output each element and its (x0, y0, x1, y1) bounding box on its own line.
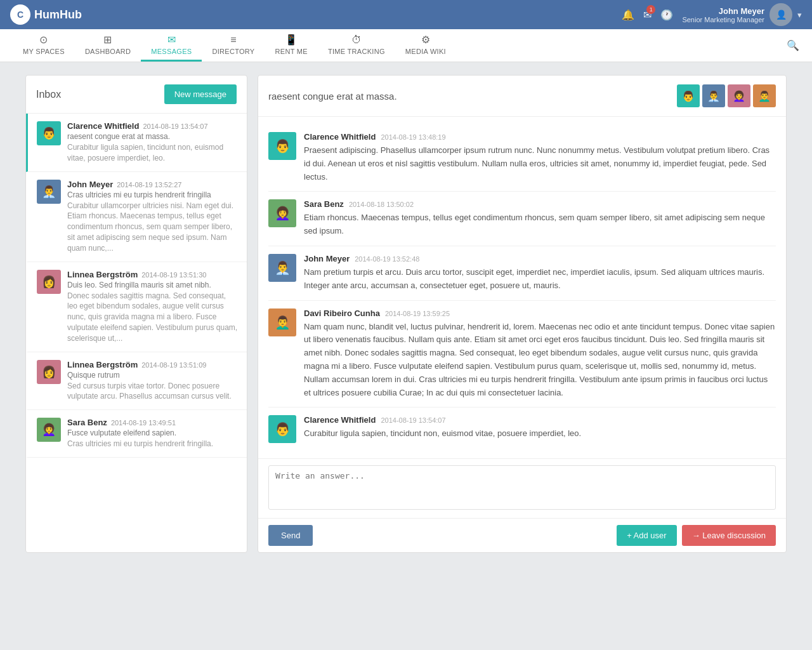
main-content: Inbox New message 👨 Clarence Whitfield 2… (0, 62, 812, 566)
inbox-item-header: Linnea Bergström 2014-08-19 13:51:09 (67, 360, 238, 369)
conversation-panel: raesent congue erat at massa. 👨 👨‍💼 👩‍🦱 … (258, 75, 787, 553)
bell-icon: 🔔 (622, 10, 634, 20)
inbox-time: 2014-08-19 13:51:09 (141, 361, 206, 369)
conversation-actions: Send + Add user → Leave discussion (258, 518, 786, 552)
user-title: Senior Marketing Manager (682, 16, 764, 23)
top-nav-right: 🔔 ✉ 1 🕐 John Meyer Senior Marketing Mana… (622, 3, 802, 26)
messages-icon: ✉ (167, 34, 176, 46)
conversation-participants: 👨 👨‍💼 👩‍🦱 👨‍🦱 (677, 84, 776, 107)
logo[interactable]: C HumHub (10, 4, 82, 25)
menu-label-media-wiki: MEDIA WIKI (405, 48, 446, 55)
message-item: 👩‍🦱 Sara Benz 2014-08-18 13:50:02 Etiam … (268, 192, 776, 246)
dashboard-icon: ⊞ (103, 34, 112, 46)
inbox-preview-title: Fusce vulputate eleifend sapien. (67, 428, 238, 437)
list-item[interactable]: 👩 Linnea Bergström 2014-08-19 13:51:09 Q… (26, 352, 247, 411)
message-body: Clarence Whitfield 2014-08-19 13:48:19 P… (304, 132, 776, 183)
inbox-preview-title: Quisque rutrum (67, 371, 238, 380)
sidebar-item-dashboard[interactable]: ⊞ DASHBOARD (75, 29, 141, 62)
add-user-button[interactable]: + Add user (617, 525, 677, 546)
inbox-sender: Linnea Bergström (67, 270, 138, 279)
message-time: 2014-08-19 13:54:07 (381, 416, 445, 424)
message-body: Clarence Whitfield 2014-08-19 13:54:07 C… (304, 415, 776, 443)
message-item: 👨‍💼 John Meyer 2014-08-19 13:52:48 Nam p… (268, 246, 776, 301)
inbox-preview-body: Donec sodales sagittis magna. Sed conseq… (67, 291, 238, 344)
avatar: 👨‍💼 (702, 84, 725, 107)
notifications-button[interactable]: 🔔 (622, 9, 634, 21)
message-header: John Meyer 2014-08-19 13:52:48 (304, 254, 776, 263)
reply-area (258, 458, 786, 518)
leave-discussion-button[interactable]: → Leave discussion (682, 525, 776, 546)
message-time: 2014-08-18 13:50:02 (349, 201, 414, 208)
message-sender: Sara Benz (304, 199, 344, 209)
inbox-title: Inbox (36, 89, 61, 100)
time-icon: ⏱ (351, 34, 362, 46)
sidebar-item-messages[interactable]: ✉ MESSAGES (141, 29, 202, 62)
top-navigation: C HumHub 🔔 ✉ 1 🕐 John Meyer Senior Marke… (0, 0, 812, 29)
message-item: 👨‍🦱 Davi Ribeiro Cunha 2014-08-19 13:59:… (268, 301, 776, 408)
history-button[interactable]: 🕐 (660, 9, 673, 21)
chevron-down-icon: ▾ (797, 10, 802, 20)
list-item[interactable]: 👩 Linnea Bergström 2014-08-19 13:51:30 D… (26, 262, 247, 352)
message-sender: Davi Ribeiro Cunha (304, 308, 380, 318)
inbox-item-header: Linnea Bergström 2014-08-19 13:51:30 (67, 270, 238, 279)
sidebar-item-rent-me[interactable]: 📱 RENT ME (265, 29, 318, 62)
conversation-title: raesent congue erat at massa. (268, 91, 397, 102)
message-text: Curabitur ligula sapien, tincidunt non, … (304, 427, 776, 441)
avatar-icon: 👤 (776, 10, 787, 20)
inbox-list: 👨 Clarence Whitfield 2014-08-19 13:54:07… (26, 114, 247, 458)
search-button[interactable]: 🔍 (787, 39, 799, 51)
inbox-item-header: Sara Benz 2014-08-19 13:49:51 (67, 418, 238, 427)
inbox-time: 2014-08-19 13:49:51 (111, 419, 176, 427)
menu-label-rent-me: RENT ME (275, 48, 308, 55)
inbox-item-body: Sara Benz 2014-08-19 13:49:51 Fusce vulp… (67, 418, 238, 449)
reply-input[interactable] (268, 465, 776, 510)
menu-label-messages: MESSAGES (151, 48, 192, 55)
message-item: 👨 Clarence Whitfield 2014-08-19 13:48:19… (268, 124, 776, 192)
avatar: 👩‍🦱 (728, 84, 750, 107)
sidebar-item-my-spaces[interactable]: ⊙ MY SPACES (13, 29, 75, 62)
message-body: John Meyer 2014-08-19 13:52:48 Nam preti… (304, 254, 776, 293)
message-text: Etiam rhoncus. Maecenas tempus, tellus e… (304, 211, 776, 238)
inbox-preview-body: Curabitur ullamcorper ultricies nisi. Na… (67, 201, 238, 254)
inbox-item-body: John Meyer 2014-08-19 13:52:27 Cras ultr… (67, 180, 238, 254)
avatar: 👩‍🦱 (37, 418, 61, 442)
message-header: Davi Ribeiro Cunha 2014-08-19 13:59:25 (304, 308, 776, 318)
sidebar-item-time-tracking[interactable]: ⏱ TIME TRACKING (318, 29, 395, 62)
list-item[interactable]: 👨 Clarence Whitfield 2014-08-19 13:54:07… (26, 114, 247, 172)
inbox-item-body: Clarence Whitfield 2014-08-19 13:54:07 r… (67, 121, 238, 164)
user-name: John Meyer (682, 6, 764, 16)
conversation-messages: 👨 Clarence Whitfield 2014-08-19 13:48:19… (258, 117, 786, 458)
avatar: 👨‍🦱 (268, 308, 296, 336)
action-buttons: + Add user → Leave discussion (617, 525, 776, 546)
conversation-header: raesent congue erat at massa. 👨 👨‍💼 👩‍🦱 … (258, 76, 786, 117)
message-text: Praesent adipiscing. Phasellus ullamcorp… (304, 144, 776, 183)
avatar: 👨‍💼 (37, 180, 61, 204)
messages-button[interactable]: ✉ 1 (643, 9, 652, 21)
avatar: 👨‍🦱 (753, 84, 776, 107)
sidebar-item-directory[interactable]: ≡ DIRECTORY (202, 29, 265, 62)
user-menu[interactable]: John Meyer Senior Marketing Manager 👤 ▾ (682, 3, 802, 26)
new-message-button[interactable]: New message (164, 84, 237, 104)
sidebar-item-media-wiki[interactable]: ⚙ MEDIA WIKI (395, 29, 456, 62)
inbox-time: 2014-08-19 13:51:30 (141, 271, 206, 279)
inbox-panel: Inbox New message 👨 Clarence Whitfield 2… (25, 75, 247, 553)
avatar: 👨 (677, 84, 700, 107)
message-header: Clarence Whitfield 2014-08-19 13:54:07 (304, 415, 776, 425)
message-sender: Clarence Whitfield (304, 415, 376, 425)
inbox-item-header: Clarence Whitfield 2014-08-19 13:54:07 (67, 121, 238, 131)
inbox-preview-title: raesent congue erat at massa. (67, 132, 238, 141)
avatar: 👨 (37, 121, 61, 145)
inbox-preview-body: Curabitur ligula sapien, tincidunt non, … (67, 142, 238, 164)
rent-icon: 📱 (285, 34, 298, 46)
send-button[interactable]: Send (268, 525, 313, 546)
list-item[interactable]: 👨‍💼 John Meyer 2014-08-19 13:52:27 Cras … (26, 172, 247, 262)
inbox-time: 2014-08-19 13:52:27 (117, 181, 181, 189)
list-item[interactable]: 👩‍🦱 Sara Benz 2014-08-19 13:49:51 Fusce … (26, 410, 247, 458)
avatar: 👨 (268, 415, 296, 443)
user-info: John Meyer Senior Marketing Manager (682, 6, 764, 23)
inbox-item-body: Linnea Bergström 2014-08-19 13:51:30 Dui… (67, 270, 238, 344)
inbox-time: 2014-08-19 13:54:07 (143, 123, 207, 130)
avatar: 👨 (268, 132, 296, 160)
logo-text: HumHub (34, 8, 82, 22)
avatar: 👤 (769, 3, 792, 26)
